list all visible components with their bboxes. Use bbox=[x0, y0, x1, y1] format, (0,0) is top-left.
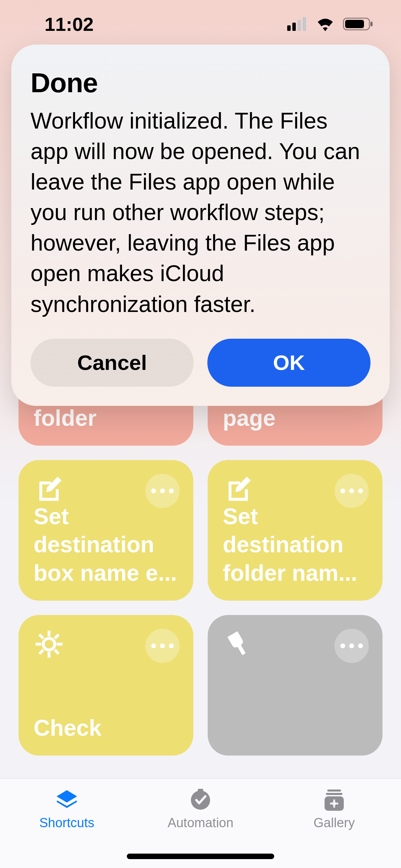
gear-icon bbox=[34, 629, 64, 660]
shortcut-card-set-folder-name[interactable]: Set destination folder nam... bbox=[208, 460, 382, 601]
tab-automation[interactable]: Automation bbox=[134, 788, 267, 830]
battery-icon bbox=[343, 17, 374, 31]
shortcut-card-check[interactable]: Check bbox=[19, 615, 193, 756]
tab-label: Automation bbox=[168, 816, 233, 830]
home-indicator[interactable] bbox=[127, 854, 274, 859]
svg-rect-9 bbox=[287, 25, 291, 31]
ok-button[interactable]: OK bbox=[207, 339, 370, 387]
cellular-icon bbox=[287, 17, 308, 31]
svg-line-5 bbox=[39, 635, 43, 638]
svg-rect-19 bbox=[326, 793, 342, 795]
alert-buttons: Cancel OK bbox=[31, 339, 370, 387]
alert-title: Done bbox=[31, 67, 370, 99]
shortcut-title: Set destination box name e... bbox=[34, 502, 178, 587]
alert-dialog: Done Workflow initialized. The Files app… bbox=[11, 45, 390, 406]
svg-line-6 bbox=[55, 650, 59, 654]
shortcut-card-set-box-name[interactable]: Set destination box name e... bbox=[19, 460, 193, 601]
svg-rect-14 bbox=[345, 20, 364, 28]
svg-rect-17 bbox=[198, 789, 203, 792]
svg-rect-11 bbox=[297, 20, 301, 31]
more-button[interactable] bbox=[145, 474, 180, 508]
svg-rect-12 bbox=[303, 17, 306, 31]
svg-line-8 bbox=[55, 635, 59, 638]
more-button[interactable] bbox=[335, 474, 369, 508]
tab-gallery[interactable]: Gallery bbox=[267, 788, 401, 830]
shortcut-title: Set destination folder nam... bbox=[223, 502, 367, 587]
compose-icon bbox=[223, 474, 254, 505]
shortcut-title: Check bbox=[34, 714, 178, 742]
paint-icon bbox=[223, 629, 254, 660]
cancel-button[interactable]: Cancel bbox=[31, 339, 194, 387]
svg-line-7 bbox=[39, 650, 43, 654]
tab-shortcuts[interactable]: Shortcuts bbox=[0, 788, 134, 830]
status-time: 11:02 bbox=[45, 13, 94, 35]
svg-rect-15 bbox=[370, 22, 373, 26]
svg-rect-18 bbox=[327, 789, 341, 792]
automation-icon bbox=[187, 788, 214, 812]
compose-icon bbox=[34, 474, 64, 505]
more-button[interactable] bbox=[335, 629, 369, 663]
status-bar: 11:02 bbox=[0, 0, 401, 48]
more-button[interactable] bbox=[145, 629, 180, 663]
shortcuts-icon bbox=[54, 788, 80, 812]
tab-label: Shortcuts bbox=[39, 816, 95, 830]
gallery-icon bbox=[321, 788, 347, 812]
svg-point-0 bbox=[43, 638, 55, 650]
alert-body: Workflow initialized. The Files app will… bbox=[31, 106, 370, 320]
wifi-icon bbox=[315, 17, 335, 31]
svg-rect-10 bbox=[292, 23, 296, 31]
tab-label: Gallery bbox=[314, 816, 355, 830]
shortcut-card-gray[interactable] bbox=[208, 615, 382, 756]
status-indicators bbox=[287, 17, 374, 31]
